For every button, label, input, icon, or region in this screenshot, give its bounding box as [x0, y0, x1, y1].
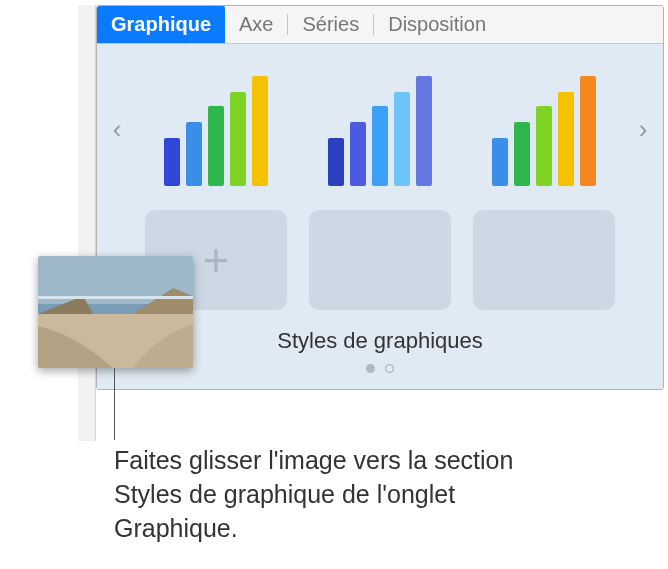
tab-bar: Graphique Axe Séries Disposition: [97, 6, 663, 44]
preview-bar: [372, 106, 388, 186]
preview-bar: [164, 138, 180, 186]
chevron-right-icon[interactable]: ›: [629, 64, 657, 194]
preview-bar: [328, 138, 344, 186]
chart-style-preview[interactable]: [309, 66, 451, 192]
tab-disposition[interactable]: Disposition: [374, 6, 500, 43]
page-dot[interactable]: [366, 364, 375, 373]
page-dot[interactable]: [385, 364, 394, 373]
tab-series[interactable]: Séries: [288, 6, 373, 43]
sidebar-strip: [78, 5, 96, 441]
preview-bar: [394, 92, 410, 186]
preview-bar: [252, 76, 268, 186]
chart-style-preview[interactable]: [473, 66, 615, 192]
beach-photo-icon: [38, 256, 193, 368]
chart-style-preview[interactable]: [145, 66, 287, 192]
preview-bar: [536, 106, 552, 186]
tab-graphique[interactable]: Graphique: [97, 6, 225, 43]
chevron-left-icon[interactable]: ‹: [103, 64, 131, 194]
preview-bar: [186, 122, 202, 186]
empty-style-slot[interactable]: [309, 210, 451, 310]
empty-style-slot[interactable]: [473, 210, 615, 310]
preview-bar: [492, 138, 508, 186]
callout-text: Faites glisser l'image vers la section S…: [114, 444, 554, 545]
preview-bar: [514, 122, 530, 186]
dragged-image-thumbnail[interactable]: [38, 256, 193, 368]
preview-bar: [208, 106, 224, 186]
tab-axe[interactable]: Axe: [225, 6, 287, 43]
preview-bar: [580, 76, 596, 186]
plus-icon: +: [203, 237, 230, 283]
svg-rect-3: [38, 296, 193, 299]
preview-bar: [416, 76, 432, 186]
callout-leader-line: [114, 368, 115, 440]
preview-bar: [230, 92, 246, 186]
preview-bar: [558, 92, 574, 186]
style-previews: [131, 66, 629, 192]
style-carousel: ‹ ›: [97, 64, 663, 194]
preview-bar: [350, 122, 366, 186]
